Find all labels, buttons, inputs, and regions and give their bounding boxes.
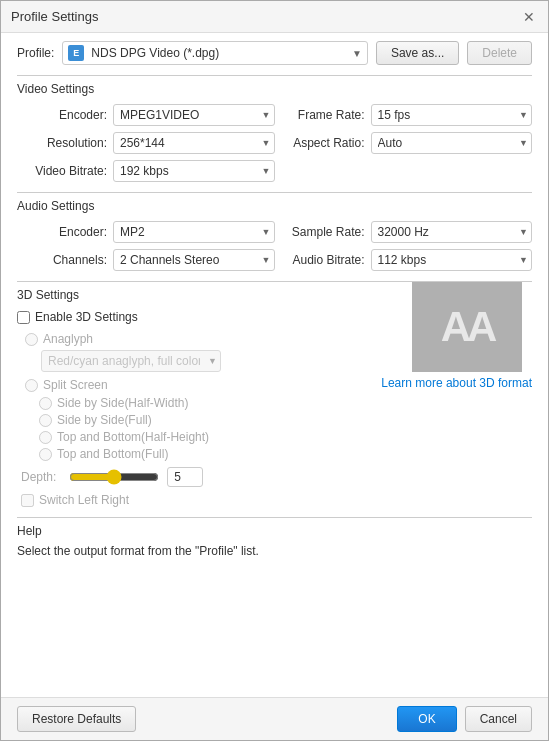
learn-more-link[interactable]: Learn more about 3D format <box>381 376 532 390</box>
ok-button[interactable]: OK <box>397 706 456 732</box>
profile-settings-dialog: Profile Settings ✕ Profile: E NDS DPG Vi… <box>0 0 549 741</box>
profile-select[interactable]: NDS DPG Video (*.dpg) <box>62 41 368 65</box>
anaglyph-radio[interactable] <box>25 333 38 346</box>
footer-right-buttons: OK Cancel <box>397 706 532 732</box>
audio-encoder-select-wrap: MP2 ▼ <box>113 221 275 243</box>
depth-row: Depth: <box>21 467 381 487</box>
channels-row: Channels: 2 Channels Stereo ▼ <box>27 249 275 271</box>
switch-left-right-checkbox[interactable] <box>21 494 34 507</box>
video-bitrate-label: Video Bitrate: <box>27 164 107 178</box>
close-button[interactable]: ✕ <box>520 8 538 26</box>
resolution-label: Resolution: <box>27 136 107 150</box>
side-by-side-full-radio[interactable] <box>39 414 52 427</box>
side-by-side-half-row: Side by Side(Half-Width) <box>39 396 381 410</box>
video-bitrate-select[interactable]: 192 kbps <box>113 160 275 182</box>
depth-slider[interactable] <box>69 469 159 485</box>
dialog-title: Profile Settings <box>11 9 98 24</box>
frame-rate-select[interactable]: 15 fps <box>371 104 533 126</box>
side-by-side-half-label[interactable]: Side by Side(Half-Width) <box>57 396 188 410</box>
encoder-select[interactable]: MPEG1VIDEO <box>113 104 275 126</box>
anaglyph-select-wrap: Red/cyan anaglyph, full color ▼ <box>41 350 221 372</box>
help-text: Select the output format from the "Profi… <box>17 544 532 558</box>
audio-bitrate-select[interactable]: 112 kbps <box>371 249 533 271</box>
aspect-ratio-select-wrap: Auto ▼ <box>371 132 533 154</box>
profile-select-wrapper: E NDS DPG Video (*.dpg) ▼ <box>62 41 368 65</box>
channels-select-wrap: 2 Channels Stereo ▼ <box>113 249 275 271</box>
3d-settings-section: 3D Settings Enable 3D Settings Anaglyph … <box>17 281 532 507</box>
frame-rate-select-wrap: 15 fps ▼ <box>371 104 533 126</box>
aspect-ratio-row: Aspect Ratio: Auto ▼ <box>285 132 533 154</box>
video-settings-label: Video Settings <box>17 82 532 96</box>
switch-row: Switch Left Right <box>21 493 381 507</box>
split-screen-radio[interactable] <box>25 379 38 392</box>
video-settings-grid: Encoder: MPEG1VIDEO ▼ Frame Rate: 15 fps <box>17 104 532 182</box>
split-screen-option-row: Split Screen <box>25 378 381 392</box>
encoder-row: Encoder: MPEG1VIDEO ▼ <box>27 104 275 126</box>
frame-rate-label: Frame Rate: <box>285 108 365 122</box>
top-bottom-full-label[interactable]: Top and Bottom(Full) <box>57 447 168 461</box>
delete-button[interactable]: Delete <box>467 41 532 65</box>
resolution-select-wrap: 256*144 ▼ <box>113 132 275 154</box>
main-content: Profile: E NDS DPG Video (*.dpg) ▼ Save … <box>1 33 548 697</box>
3d-content: Anaglyph Red/cyan anaglyph, full color ▼… <box>17 332 532 507</box>
top-bottom-half-radio[interactable] <box>39 431 52 444</box>
resolution-select[interactable]: 256*144 <box>113 132 275 154</box>
top-bottom-full-radio[interactable] <box>39 448 52 461</box>
audio-settings-grid: Encoder: MP2 ▼ Sample Rate: 32000 Hz <box>17 221 532 271</box>
audio-encoder-label: Encoder: <box>27 225 107 239</box>
help-title: Help <box>17 524 532 538</box>
channels-select[interactable]: 2 Channels Stereo <box>113 249 275 271</box>
audio-encoder-select[interactable]: MP2 <box>113 221 275 243</box>
top-bottom-full-row: Top and Bottom(Full) <box>39 447 381 461</box>
encoder-select-wrap: MPEG1VIDEO ▼ <box>113 104 275 126</box>
switch-left-right-label[interactable]: Switch Left Right <box>39 493 129 507</box>
aspect-ratio-select[interactable]: Auto <box>371 132 533 154</box>
profile-icon: E <box>68 45 84 61</box>
split-screen-label[interactable]: Split Screen <box>43 378 108 392</box>
sample-rate-select-wrap: 32000 Hz ▼ <box>371 221 533 243</box>
depth-input[interactable] <box>167 467 203 487</box>
save-as-button[interactable]: Save as... <box>376 41 459 65</box>
preview-box: AA <box>412 282 522 372</box>
title-bar: Profile Settings ✕ <box>1 1 548 33</box>
help-section: Help Select the output format from the "… <box>17 517 532 558</box>
anaglyph-option-row: Anaglyph <box>25 332 381 346</box>
profile-label: Profile: <box>17 46 54 60</box>
video-bitrate-select-wrap: 192 kbps ▼ <box>113 160 275 182</box>
aspect-ratio-label: Aspect Ratio: <box>285 136 365 150</box>
depth-label: Depth: <box>21 470 61 484</box>
side-by-side-half-radio[interactable] <box>39 397 52 410</box>
audio-encoder-row: Encoder: MP2 ▼ <box>27 221 275 243</box>
audio-settings-section: Audio Settings Encoder: MP2 ▼ Sample Rat… <box>17 192 532 271</box>
enable-3d-checkbox[interactable] <box>17 311 30 324</box>
profile-row: Profile: E NDS DPG Video (*.dpg) ▼ Save … <box>17 41 532 65</box>
top-bottom-half-label[interactable]: Top and Bottom(Half-Height) <box>57 430 209 444</box>
preview-text: AA <box>441 303 494 351</box>
channels-label: Channels: <box>27 253 107 267</box>
audio-bitrate-select-wrap: 112 kbps ▼ <box>371 249 533 271</box>
resolution-row: Resolution: 256*144 ▼ <box>27 132 275 154</box>
side-by-side-full-row: Side by Side(Full) <box>39 413 381 427</box>
audio-settings-label: Audio Settings <box>17 199 532 213</box>
restore-defaults-button[interactable]: Restore Defaults <box>17 706 136 732</box>
top-bottom-half-row: Top and Bottom(Half-Height) <box>39 430 381 444</box>
anaglyph-label[interactable]: Anaglyph <box>43 332 93 346</box>
audio-bitrate-row: Audio Bitrate: 112 kbps ▼ <box>285 249 533 271</box>
sample-rate-row: Sample Rate: 32000 Hz ▼ <box>285 221 533 243</box>
frame-rate-row: Frame Rate: 15 fps ▼ <box>285 104 533 126</box>
sample-rate-label: Sample Rate: <box>285 225 365 239</box>
cancel-button[interactable]: Cancel <box>465 706 532 732</box>
side-by-side-full-label[interactable]: Side by Side(Full) <box>57 413 152 427</box>
enable-3d-label[interactable]: Enable 3D Settings <box>35 310 138 324</box>
footer: Restore Defaults OK Cancel <box>1 697 548 740</box>
sample-rate-select[interactable]: 32000 Hz <box>371 221 533 243</box>
3d-right-panel: AA Learn more about 3D format <box>381 332 532 390</box>
video-settings-section: Video Settings Encoder: MPEG1VIDEO ▼ Fra… <box>17 75 532 182</box>
3d-left-panel: Anaglyph Red/cyan anaglyph, full color ▼… <box>17 332 381 507</box>
anaglyph-select[interactable]: Red/cyan anaglyph, full color <box>41 350 221 372</box>
video-bitrate-row: Video Bitrate: 192 kbps ▼ <box>27 160 275 182</box>
encoder-label: Encoder: <box>27 108 107 122</box>
audio-bitrate-label: Audio Bitrate: <box>285 253 365 267</box>
